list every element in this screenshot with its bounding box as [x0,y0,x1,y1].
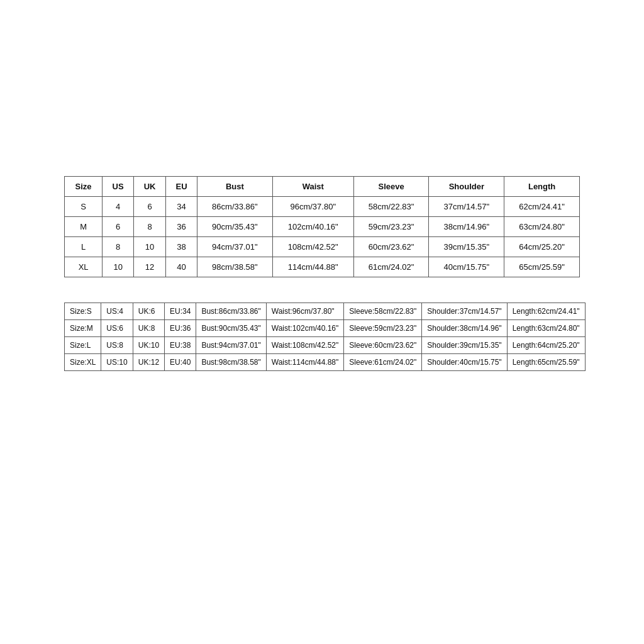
text-table-cell: EU:36 [165,320,196,337]
text-table-cell: Bust:98cm/38.58" [196,354,266,371]
table-cell: 10 [103,257,134,277]
text-table-cell: UK:8 [133,320,164,337]
table-cell: 38 [166,237,197,257]
text-table-cell: Waist:114cm/44.88" [266,354,344,371]
table-cell: 61cm/24.02" [353,257,429,277]
table-cell: 36 [166,217,197,237]
text-table-cell: Sleeve:59cm/23.23" [344,320,422,337]
table1-header-cell: EU [166,177,197,197]
text-table-cell: Waist:102cm/40.16" [266,320,344,337]
table-cell: 98cm/38.58" [197,257,273,277]
text-table-cell: Shoulder:37cm/14.57" [422,303,507,320]
text-table-cell: Shoulder:39cm/15.35" [422,337,507,354]
table-cell: 39cm/15.35" [429,237,504,257]
table-cell: 6 [134,197,166,217]
table-cell: 8 [103,237,134,257]
table-cell: 58cm/22.83" [353,197,429,217]
text-table-cell: Waist:96cm/37.80" [266,303,344,320]
table1-header-cell: Sleeve [353,177,429,197]
table1-header-cell: UK [134,177,166,197]
table-row: Size:SUS:4UK:6EU:34Bust:86cm/33.86"Waist… [65,303,586,320]
text-table-cell: Sleeve:60cm/23.62" [344,337,422,354]
table1-header-cell: Length [504,177,580,197]
text-table-cell: UK:12 [133,354,164,371]
text-table-cell: Shoulder:40cm/15.75" [422,354,507,371]
text-table-cell: Length:65cm/25.59" [507,354,585,371]
table-cell: L [65,237,103,257]
table-cell: M [65,217,103,237]
table-cell: 102cm/40.16" [272,217,353,237]
table-cell: 59cm/23.23" [353,217,429,237]
table1-header-cell: Bust [197,177,273,197]
table-cell: 37cm/14.57" [429,197,504,217]
table-cell: 40 [166,257,197,277]
text-table-cell: Size:L [65,337,101,354]
text-table-cell: Waist:108cm/42.52" [266,337,344,354]
size-chart-table2: Size:SUS:4UK:6EU:34Bust:86cm/33.86"Waist… [64,303,580,371]
text-table-cell: Sleeve:58cm/22.83" [344,303,422,320]
table-cell: 62cm/24.41" [504,197,580,217]
text-table-cell: EU:38 [165,337,196,354]
table-cell: 60cm/23.62" [353,237,429,257]
text-table-cell: Length:62cm/24.41" [507,303,585,320]
table-cell: 8 [134,217,166,237]
table1-header-cell: Waist [272,177,353,197]
table1-header-cell: Size [65,177,103,197]
text-table-cell: EU:34 [165,303,196,320]
table-cell: 10 [134,237,166,257]
text-table-cell: UK:10 [133,337,164,354]
table-row: Size:XLUS:10UK:12EU:40Bust:98cm/38.58"Wa… [65,354,586,371]
text-table-cell: Size:XL [65,354,101,371]
table-cell: 63cm/24.80" [504,217,580,237]
table-cell: 65cm/25.59" [504,257,580,277]
table-cell: XL [65,257,103,277]
text-table-cell: Sleeve:61cm/24.02" [344,354,422,371]
text-table-cell: Shoulder:38cm/14.96" [422,320,507,337]
table-cell: 6 [103,217,134,237]
text-table-cell: UK:6 [133,303,164,320]
table-row: XL10124098cm/38.58"114cm/44.88"61cm/24.0… [65,257,580,277]
table-row: Size:MUS:6UK:8EU:36Bust:90cm/35.43"Waist… [65,320,586,337]
table-cell: 34 [166,197,197,217]
table-cell: 12 [134,257,166,277]
table-row: S463486cm/33.86"96cm/37.80"58cm/22.83"37… [65,197,580,217]
table-cell: 94cm/37.01" [197,237,273,257]
table-cell: 64cm/25.20" [504,237,580,257]
table1-header-cell: Shoulder [429,177,504,197]
text-table-cell: Size:S [65,303,101,320]
table-cell: 96cm/37.80" [272,197,353,217]
table-cell: 86cm/33.86" [197,197,273,217]
table-cell: S [65,197,103,217]
table-cell: 114cm/44.88" [272,257,353,277]
text-table-cell: Bust:86cm/33.86" [196,303,266,320]
table-row: L8103894cm/37.01"108cm/42.52"60cm/23.62"… [65,237,580,257]
table-cell: 90cm/35.43" [197,217,273,237]
text-table-cell: EU:40 [165,354,196,371]
table1-header-cell: US [103,177,134,197]
text-table-cell: US:4 [101,303,133,320]
text-table-cell: Bust:94cm/37.01" [196,337,266,354]
size-chart-table1: SizeUSUKEUBustWaistSleeveShoulderLength … [64,176,580,277]
table-cell: 4 [103,197,134,217]
text-table-cell: Length:63cm/24.80" [507,320,585,337]
text-table-cell: US:10 [101,354,133,371]
text-table-cell: Size:M [65,320,101,337]
table-row: Size:LUS:8UK:10EU:38Bust:94cm/37.01"Wais… [65,337,586,354]
text-table-cell: Bust:90cm/35.43" [196,320,266,337]
table-row: M683690cm/35.43"102cm/40.16"59cm/23.23"3… [65,217,580,237]
text-table-cell: US:8 [101,337,133,354]
text-table-cell: US:6 [101,320,133,337]
table-cell: 38cm/14.96" [429,217,504,237]
table-cell: 108cm/42.52" [272,237,353,257]
text-table-cell: Length:64cm/25.20" [507,337,585,354]
table-cell: 40cm/15.75" [429,257,504,277]
